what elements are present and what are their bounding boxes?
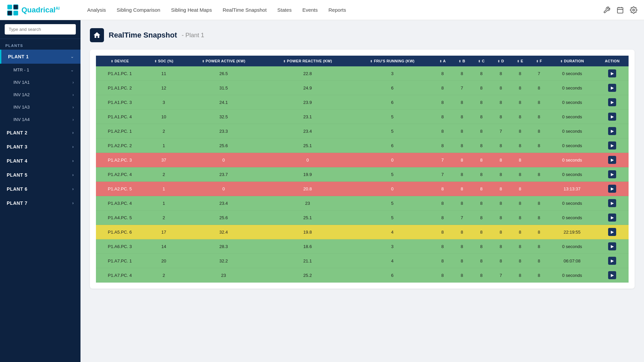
table-cell: 32.2	[184, 254, 263, 268]
sidebar-item-inv1a4[interactable]: INV 1A4 ›	[0, 113, 80, 126]
nav-reports[interactable]: Reports	[328, 7, 346, 13]
table-row: P1.A4.PC. 5225.625.158788880 seconds▶	[96, 210, 629, 225]
table-cell: 0 seconds	[548, 153, 596, 167]
chevron-right-icon: ›	[72, 105, 74, 110]
table-cell: 6	[352, 138, 433, 153]
action-button[interactable]: ▶	[608, 271, 616, 279]
search-input[interactable]	[5, 24, 76, 35]
action-button[interactable]: ▶	[608, 127, 616, 135]
action-button[interactable]: ▶	[608, 257, 616, 265]
col-b[interactable]: ⇕B	[452, 56, 472, 66]
sidebar-item-inv1a1[interactable]: INV 1A1 ›	[0, 76, 80, 88]
table-row: P1.A1.PC. 41032.523.158888880 seconds▶	[96, 110, 629, 124]
chevron-right-icon: ›	[72, 80, 74, 85]
action-button[interactable]: ▶	[608, 242, 616, 250]
col-c[interactable]: ⇕C	[472, 56, 491, 66]
nav-analysis[interactable]: Analysis	[87, 7, 106, 13]
action-button[interactable]: ▶	[608, 84, 616, 92]
action-button[interactable]: ▶	[608, 156, 616, 164]
calendar-button[interactable]	[616, 6, 624, 14]
table-cell: 5	[352, 167, 433, 182]
sidebar-item-inv1a3[interactable]: INV 1A3 ›	[0, 101, 80, 113]
table-cell: 8	[452, 153, 472, 167]
svg-rect-1	[13, 5, 18, 9]
table-row: P1.A1.PC. 3324.123.968888880 seconds▶	[96, 95, 629, 110]
table-cell: 06:07:08	[548, 254, 596, 268]
table-cell: 8	[530, 268, 548, 283]
table-cell: 0 seconds	[548, 268, 596, 283]
col-fru-running[interactable]: ⇕FRU'S RUNNING (KW)	[352, 56, 433, 66]
action-button[interactable]: ▶	[608, 98, 616, 106]
sidebar-item-plant5[interactable]: PLANT 5 ›	[0, 168, 80, 182]
main-content: RealTime Snapshot - Plant 1 ⇕DEVICE ⇕SOC…	[80, 20, 644, 362]
col-device[interactable]: ⇕DEVICE	[96, 56, 144, 66]
action-button[interactable]: ▶	[608, 199, 616, 207]
table-cell: 8	[433, 66, 452, 81]
table-row: P1.A2.PC. 4223.719.957888880 seconds▶	[96, 167, 629, 182]
table-cell: 8	[433, 254, 452, 268]
table-cell: 7	[433, 167, 452, 182]
table-cell: 1	[144, 182, 184, 196]
table-cell: 14	[144, 239, 184, 254]
table-cell: P1.A1.PC. 3	[96, 95, 144, 110]
sidebar-item-plant7[interactable]: PLANT 7 ›	[0, 196, 80, 210]
table-cell: 8	[511, 182, 530, 196]
sidebar-item-plant4[interactable]: PLANT 4 ›	[0, 154, 80, 168]
col-power-active[interactable]: ⇕POWER ACTIVE (KW)	[184, 56, 263, 66]
action-cell: ▶	[596, 110, 629, 124]
nav-sibling-comparison[interactable]: Sibling Comparison	[117, 7, 160, 13]
col-d[interactable]: ⇕D	[491, 56, 511, 66]
table-cell: 8	[491, 196, 511, 210]
sidebar-item-mtr1[interactable]: MTR - 1 ⌄	[0, 64, 80, 76]
table-cell: P1.A1.PC. 4	[96, 110, 144, 124]
table-cell: 8	[491, 110, 511, 124]
table-cell: 8	[491, 167, 511, 182]
table-cell: P1.A2.PC. 5	[96, 182, 144, 196]
sidebar-item-plant1[interactable]: PLANT 1 ⌄	[0, 50, 80, 64]
action-button[interactable]: ▶	[608, 228, 616, 236]
sidebar-item-inv1a2[interactable]: INV 1A2 ›	[0, 88, 80, 101]
table-cell: 8	[452, 167, 472, 182]
col-soc[interactable]: ⇕SOC (%)	[144, 56, 184, 66]
col-duration[interactable]: ⇕DURATION	[548, 56, 596, 66]
page-subtitle: - Plant 1	[182, 32, 204, 39]
col-a[interactable]: ⇕A	[433, 56, 452, 66]
action-cell: ▶	[596, 254, 629, 268]
action-button[interactable]: ▶	[608, 141, 616, 149]
action-button[interactable]: ▶	[608, 113, 616, 121]
table-cell: 1	[144, 196, 184, 210]
settings-button[interactable]	[630, 6, 637, 14]
table-cell: 8	[472, 239, 491, 254]
table-cell: 5	[352, 110, 433, 124]
table-cell: 19.9	[263, 167, 352, 182]
action-button[interactable]: ▶	[608, 214, 616, 222]
sidebar-item-plant3[interactable]: PLANT 3 ›	[0, 140, 80, 154]
nav-realtime-snapshot[interactable]: RealTime Snapshot	[223, 7, 267, 13]
tools-button[interactable]	[603, 6, 610, 14]
plants-section-label: PLANTS	[0, 39, 80, 50]
action-cell: ▶	[596, 81, 629, 95]
nav-sibling-heat-maps[interactable]: Sibling Heat Maps	[171, 7, 212, 13]
action-button[interactable]: ▶	[608, 185, 616, 193]
logo-area: QuadricalAI	[7, 4, 87, 16]
nav-events[interactable]: Events	[302, 7, 318, 13]
nav-states[interactable]: States	[277, 7, 292, 13]
table-cell: 8	[511, 196, 530, 210]
action-button[interactable]: ▶	[608, 69, 616, 77]
sidebar-item-plant6[interactable]: PLANT 6 ›	[0, 182, 80, 196]
col-f[interactable]: ⇕F	[530, 56, 548, 66]
col-power-reactive[interactable]: ⇕POWER REACTIVE (KW)	[263, 56, 352, 66]
table-cell: 0 seconds	[548, 66, 596, 81]
table-cell: 8	[511, 153, 530, 167]
table-cell: 23.4	[184, 196, 263, 210]
table-cell: 8	[452, 225, 472, 239]
table-cell: 2	[144, 268, 184, 283]
svg-rect-3	[13, 11, 18, 15]
action-cell: ▶	[596, 239, 629, 254]
table-cell: 7	[433, 153, 452, 167]
sidebar-item-plant2[interactable]: PLANT 2 ›	[0, 126, 80, 140]
action-button[interactable]: ▶	[608, 170, 616, 178]
table-cell	[530, 153, 548, 167]
col-e[interactable]: ⇕E	[511, 56, 530, 66]
table-cell: 5	[352, 124, 433, 138]
